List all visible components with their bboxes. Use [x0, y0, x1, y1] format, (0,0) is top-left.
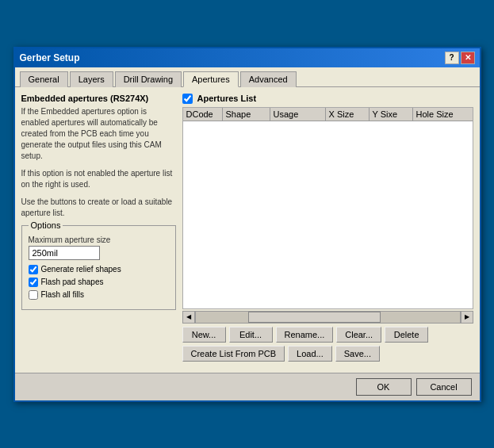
generate-relief-label: Generate relief shapes	[41, 265, 121, 274]
main-content: Embedded apertures (RS274X) If the Embed…	[15, 87, 480, 368]
flash-fills-checkbox[interactable]	[29, 290, 38, 300]
embedded-apertures-label: Embedded apertures (RS274X)	[21, 94, 176, 103]
generate-relief-row: Generate relief shapes	[29, 265, 169, 274]
apertures-list-checkbox[interactable]	[182, 94, 193, 104]
max-size-input[interactable]	[29, 246, 100, 260]
table-header: DCode Shape Usage X Size Y Sixe Hole Siz…	[183, 108, 473, 121]
tab-apertures[interactable]: Apertures	[183, 71, 239, 87]
max-size-label: Maximum aperture size	[29, 235, 169, 244]
options-content: Maximum aperture size Generate relief sh…	[29, 235, 169, 300]
cancel-button[interactable]: Cancel	[416, 378, 472, 396]
footer: OK Cancel	[15, 373, 480, 400]
scrollbar-thumb[interactable]	[248, 312, 381, 323]
scroll-left-btn[interactable]: ◀	[182, 311, 195, 324]
horizontal-scrollbar: ◀ ▶	[182, 311, 473, 324]
title-bar-buttons: ? ✕	[445, 52, 475, 64]
col-dcode: DCode	[183, 108, 223, 121]
flash-pad-label: Flash pad shapes	[41, 278, 104, 286]
tab-drill-drawing[interactable]: Drill Drawing	[115, 71, 182, 87]
close-button[interactable]: ✕	[461, 52, 475, 64]
flash-pad-row: Flash pad shapes	[29, 278, 169, 287]
help-button[interactable]: ?	[445, 52, 459, 64]
clear-button[interactable]: Clear...	[336, 327, 381, 343]
title-bar: Gerber Setup ? ✕	[15, 48, 480, 67]
flash-fills-label: Flash all fills	[41, 290, 84, 299]
rename-button[interactable]: Rename...	[276, 327, 334, 343]
flash-pad-checkbox[interactable]	[29, 278, 38, 287]
apertures-table: DCode Shape Usage X Size Y Sixe Hole Siz…	[182, 107, 473, 309]
col-usage: Usage	[270, 108, 326, 121]
desc3: Use the buttons to create or load a suit…	[21, 197, 176, 219]
new-button[interactable]: New...	[182, 327, 226, 343]
scrollbar-track[interactable]	[195, 311, 461, 324]
dialog-title: Gerber Setup	[20, 52, 80, 63]
tab-layers[interactable]: Layers	[70, 71, 113, 87]
right-panel: Apertures List DCode Shape Usage X Size …	[182, 94, 473, 362]
save-button[interactable]: Save...	[335, 346, 380, 362]
gerber-setup-dialog: Gerber Setup ? ✕ General Layers Drill Dr…	[13, 47, 481, 402]
col-xsize: X Size	[326, 108, 370, 121]
desc2: If this option is not enabled the apertu…	[21, 168, 176, 190]
col-ysize: Y Sixe	[370, 108, 413, 121]
edit-button[interactable]: Edit...	[229, 327, 273, 343]
ok-button[interactable]: OK	[356, 378, 412, 396]
options-legend: Options	[29, 220, 63, 230]
tab-general[interactable]: General	[20, 71, 68, 87]
flash-fills-row: Flash all fills	[29, 290, 169, 300]
tab-advanced[interactable]: Advanced	[240, 71, 297, 87]
desc1: If the Embedded apertures option is enab…	[21, 106, 176, 162]
delete-button[interactable]: Delete	[385, 327, 428, 343]
left-panel: Embedded apertures (RS274X) If the Embed…	[21, 94, 176, 362]
create-list-button[interactable]: Create List From PCB	[182, 346, 285, 362]
button-row-1: New... Edit... Rename... Clear... Delete	[182, 327, 473, 343]
options-group: Options Maximum aperture size Generate r…	[21, 225, 176, 310]
apertures-header: Apertures List	[182, 94, 473, 104]
apertures-list-label: Apertures List	[197, 94, 257, 103]
generate-relief-checkbox[interactable]	[29, 265, 38, 274]
load-button[interactable]: Load...	[288, 346, 332, 362]
button-row-2: Create List From PCB Load... Save...	[182, 346, 473, 362]
tab-bar: General Layers Drill Drawing Apertures A…	[15, 67, 480, 87]
scroll-right-btn[interactable]: ▶	[461, 311, 473, 324]
col-hole: Hole Size	[413, 108, 473, 121]
col-shape: Shape	[223, 108, 270, 121]
